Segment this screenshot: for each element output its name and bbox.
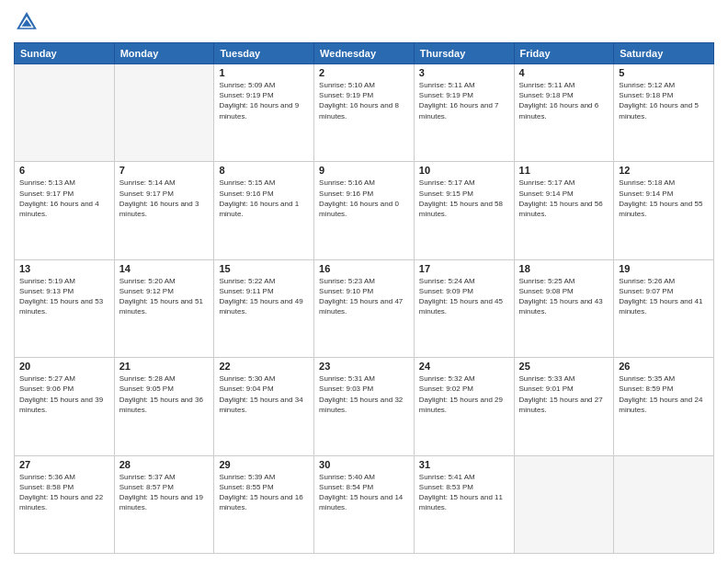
day-info: Sunrise: 5:27 AM Sunset: 9:06 PM Dayligh… (19, 373, 109, 415)
day-number: 3 (419, 67, 509, 78)
day-info: Sunrise: 5:18 AM Sunset: 9:14 PM Dayligh… (619, 178, 709, 219)
day-info: Sunrise: 5:26 AM Sunset: 9:07 PM Dayligh… (619, 276, 709, 317)
day-number: 13 (19, 263, 109, 274)
calendar-cell: 31Sunrise: 5:41 AM Sunset: 8:53 PM Dayli… (414, 455, 514, 553)
calendar-cell: 3Sunrise: 5:11 AM Sunset: 9:19 PM Daylig… (414, 64, 514, 162)
week-row-4: 20Sunrise: 5:27 AM Sunset: 9:06 PM Dayli… (15, 358, 714, 455)
day-number: 21 (119, 361, 210, 372)
day-number: 2 (319, 67, 409, 78)
calendar-cell: 22Sunrise: 5:30 AM Sunset: 9:04 PM Dayli… (214, 358, 314, 455)
day-number: 9 (319, 165, 409, 176)
weekday-header-wednesday: Wednesday (314, 43, 415, 64)
day-info: Sunrise: 5:17 AM Sunset: 9:15 PM Dayligh… (419, 178, 509, 219)
calendar-cell (15, 64, 115, 162)
day-number: 5 (619, 67, 709, 78)
week-row-2: 6Sunrise: 5:13 AM Sunset: 9:17 PM Daylig… (15, 162, 714, 259)
weekday-header-row: SundayMondayTuesdayWednesdayThursdayFrid… (15, 43, 714, 64)
weekday-header-thursday: Thursday (414, 43, 514, 64)
day-number: 4 (519, 67, 609, 78)
calendar-cell: 8Sunrise: 5:15 AM Sunset: 9:16 PM Daylig… (214, 162, 314, 259)
day-number: 17 (419, 263, 509, 274)
day-info: Sunrise: 5:20 AM Sunset: 9:12 PM Dayligh… (119, 276, 210, 317)
calendar-cell: 25Sunrise: 5:33 AM Sunset: 9:01 PM Dayli… (514, 358, 614, 455)
calendar-cell: 19Sunrise: 5:26 AM Sunset: 9:07 PM Dayli… (614, 259, 714, 357)
weekday-header-saturday: Saturday (614, 43, 714, 64)
calendar-cell: 14Sunrise: 5:20 AM Sunset: 9:12 PM Dayli… (114, 259, 214, 357)
calendar-cell: 13Sunrise: 5:19 AM Sunset: 9:13 PM Dayli… (15, 259, 115, 357)
page: SundayMondayTuesdayWednesdayThursdayFrid… (0, 0, 728, 563)
calendar-cell: 2Sunrise: 5:10 AM Sunset: 9:19 PM Daylig… (314, 64, 415, 162)
calendar-cell: 17Sunrise: 5:24 AM Sunset: 9:09 PM Dayli… (414, 259, 514, 357)
day-number: 16 (319, 263, 409, 274)
day-number: 1 (219, 67, 309, 78)
day-number: 26 (619, 361, 709, 372)
logo (14, 9, 43, 35)
day-info: Sunrise: 5:15 AM Sunset: 9:16 PM Dayligh… (219, 178, 309, 219)
calendar-cell: 28Sunrise: 5:37 AM Sunset: 8:57 PM Dayli… (114, 455, 214, 553)
calendar-cell: 5Sunrise: 5:12 AM Sunset: 9:18 PM Daylig… (614, 64, 714, 162)
logo-icon (14, 9, 40, 35)
day-number: 12 (619, 165, 709, 176)
day-number: 27 (19, 459, 109, 470)
day-info: Sunrise: 5:22 AM Sunset: 9:11 PM Dayligh… (219, 276, 309, 317)
day-info: Sunrise: 5:33 AM Sunset: 9:01 PM Dayligh… (519, 373, 609, 415)
week-row-1: 1Sunrise: 5:09 AM Sunset: 9:19 PM Daylig… (15, 64, 714, 162)
day-info: Sunrise: 5:09 AM Sunset: 9:19 PM Dayligh… (219, 80, 309, 121)
weekday-header-tuesday: Tuesday (214, 43, 314, 64)
day-number: 25 (519, 361, 609, 372)
calendar-cell: 27Sunrise: 5:36 AM Sunset: 8:58 PM Dayli… (15, 455, 115, 553)
calendar-cell (614, 455, 714, 553)
day-info: Sunrise: 5:41 AM Sunset: 8:53 PM Dayligh… (419, 472, 509, 513)
day-info: Sunrise: 5:13 AM Sunset: 9:17 PM Dayligh… (19, 178, 109, 219)
day-number: 18 (519, 263, 609, 274)
day-number: 28 (119, 459, 210, 470)
weekday-header-monday: Monday (114, 43, 214, 64)
day-info: Sunrise: 5:11 AM Sunset: 9:18 PM Dayligh… (519, 80, 609, 121)
calendar-cell: 23Sunrise: 5:31 AM Sunset: 9:03 PM Dayli… (314, 358, 415, 455)
day-number: 20 (19, 361, 109, 372)
day-info: Sunrise: 5:31 AM Sunset: 9:03 PM Dayligh… (319, 373, 409, 415)
day-number: 6 (19, 165, 109, 176)
calendar-cell: 30Sunrise: 5:40 AM Sunset: 8:54 PM Dayli… (314, 455, 415, 553)
day-info: Sunrise: 5:25 AM Sunset: 9:08 PM Dayligh… (519, 276, 609, 317)
calendar-cell: 29Sunrise: 5:39 AM Sunset: 8:55 PM Dayli… (214, 455, 314, 553)
day-info: Sunrise: 5:16 AM Sunset: 9:16 PM Dayligh… (319, 178, 409, 219)
day-info: Sunrise: 5:12 AM Sunset: 9:18 PM Dayligh… (619, 80, 709, 121)
calendar-cell: 24Sunrise: 5:32 AM Sunset: 9:02 PM Dayli… (414, 358, 514, 455)
calendar-cell (114, 64, 214, 162)
day-number: 11 (519, 165, 609, 176)
weekday-header-friday: Friday (514, 43, 614, 64)
day-number: 8 (219, 165, 309, 176)
day-info: Sunrise: 5:32 AM Sunset: 9:02 PM Dayligh… (419, 373, 509, 415)
day-info: Sunrise: 5:24 AM Sunset: 9:09 PM Dayligh… (419, 276, 509, 317)
calendar-cell: 15Sunrise: 5:22 AM Sunset: 9:11 PM Dayli… (214, 259, 314, 357)
calendar-cell: 10Sunrise: 5:17 AM Sunset: 9:15 PM Dayli… (414, 162, 514, 259)
day-info: Sunrise: 5:39 AM Sunset: 8:55 PM Dayligh… (219, 472, 309, 513)
day-number: 7 (119, 165, 210, 176)
calendar-cell (514, 455, 614, 553)
day-info: Sunrise: 5:35 AM Sunset: 8:59 PM Dayligh… (619, 373, 709, 415)
day-number: 23 (319, 361, 409, 372)
calendar-table: SundayMondayTuesdayWednesdayThursdayFrid… (14, 42, 714, 554)
calendar-cell: 16Sunrise: 5:23 AM Sunset: 9:10 PM Dayli… (314, 259, 415, 357)
day-info: Sunrise: 5:37 AM Sunset: 8:57 PM Dayligh… (119, 472, 210, 513)
day-info: Sunrise: 5:19 AM Sunset: 9:13 PM Dayligh… (19, 276, 109, 317)
day-number: 31 (419, 459, 509, 470)
calendar-cell: 18Sunrise: 5:25 AM Sunset: 9:08 PM Dayli… (514, 259, 614, 357)
calendar-cell: 26Sunrise: 5:35 AM Sunset: 8:59 PM Dayli… (614, 358, 714, 455)
calendar-cell: 6Sunrise: 5:13 AM Sunset: 9:17 PM Daylig… (15, 162, 115, 259)
weekday-header-sunday: Sunday (15, 43, 115, 64)
calendar-cell: 9Sunrise: 5:16 AM Sunset: 9:16 PM Daylig… (314, 162, 415, 259)
calendar-cell: 21Sunrise: 5:28 AM Sunset: 9:05 PM Dayli… (114, 358, 214, 455)
day-number: 29 (219, 459, 309, 470)
day-info: Sunrise: 5:28 AM Sunset: 9:05 PM Dayligh… (119, 373, 210, 415)
day-info: Sunrise: 5:14 AM Sunset: 9:17 PM Dayligh… (119, 178, 210, 219)
day-info: Sunrise: 5:17 AM Sunset: 9:14 PM Dayligh… (519, 178, 609, 219)
day-number: 10 (419, 165, 509, 176)
day-info: Sunrise: 5:23 AM Sunset: 9:10 PM Dayligh… (319, 276, 409, 317)
week-row-3: 13Sunrise: 5:19 AM Sunset: 9:13 PM Dayli… (15, 259, 714, 357)
calendar-cell: 7Sunrise: 5:14 AM Sunset: 9:17 PM Daylig… (114, 162, 214, 259)
day-info: Sunrise: 5:11 AM Sunset: 9:19 PM Dayligh… (419, 80, 509, 121)
calendar-cell: 4Sunrise: 5:11 AM Sunset: 9:18 PM Daylig… (514, 64, 614, 162)
day-info: Sunrise: 5:10 AM Sunset: 9:19 PM Dayligh… (319, 80, 409, 121)
